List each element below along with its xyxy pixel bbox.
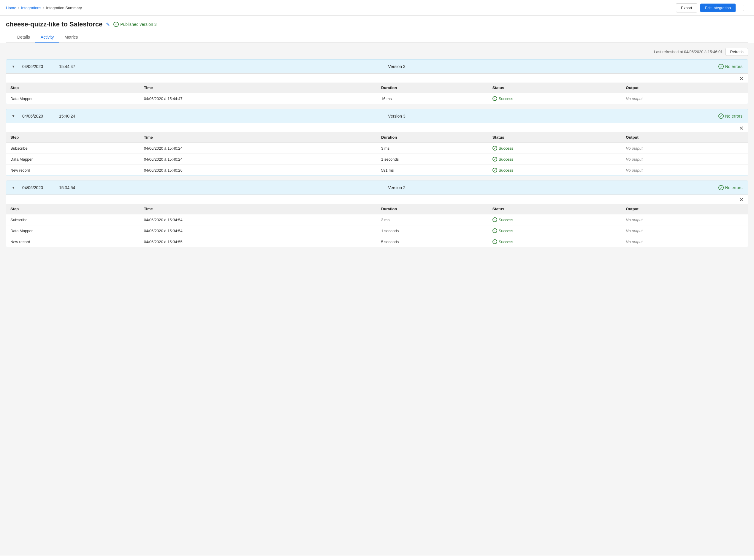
activity-entries: ▼ 04/06/2020 15:44:47 Version 3 ✓ No err… <box>6 59 748 247</box>
cell-time-2-2: 04/06/2020 à 15:34:55 <box>140 236 377 247</box>
activity-status-1: ✓ No errors <box>718 114 742 119</box>
edit-integration-button[interactable]: Edit Integration <box>700 4 736 12</box>
cell-time-2-0: 04/06/2020 à 15:34:54 <box>140 214 377 225</box>
tab-details[interactable]: Details <box>12 32 35 43</box>
cell-duration-2-0: 3 ms <box>377 214 488 225</box>
status-check-icon-2: ✓ <box>718 185 724 190</box>
table-row: Data Mapper 04/06/2020 à 15:34:54 1 seco… <box>6 225 748 236</box>
tab-metrics[interactable]: Metrics <box>59 32 83 43</box>
cell-time-2-1: 04/06/2020 à 15:34:54 <box>140 225 377 236</box>
detail-table-1: Step Time Duration Status Output Subscri… <box>6 132 748 176</box>
cell-status-1-2: ✓ Success <box>488 165 622 176</box>
col-header-status: Status <box>488 83 622 93</box>
chevron-icon-1[interactable]: ▼ <box>12 114 15 118</box>
detail-table-2: Step Time Duration Status Output Subscri… <box>6 204 748 247</box>
table-row: New record 04/06/2020 à 15:40:26 591 ms … <box>6 165 748 176</box>
close-detail-button-0[interactable]: ✕ <box>739 76 743 81</box>
status-check-icon-1: ✓ <box>718 114 724 119</box>
success-icon-2-2: ✓ <box>492 239 497 244</box>
col-header-duration: Duration <box>377 83 488 93</box>
cell-step-1-1: Data Mapper <box>6 154 140 165</box>
last-refreshed-text: Last refreshed at 04/06/2020 à 15:46:01 <box>654 49 722 54</box>
activity-time-0: 15:44:47 <box>59 64 75 69</box>
activity-date-1: 04/06/2020 <box>22 114 52 118</box>
cell-status-1-0: ✓ Success <box>488 143 622 154</box>
cell-step-1-0: Subscribe <box>6 143 140 154</box>
activity-content: Last refreshed at 04/06/2020 à 15:46:01 … <box>0 43 754 556</box>
cell-duration-1-1: 1 seconds <box>377 154 488 165</box>
col-header-output: Output <box>621 83 748 93</box>
col-header-step: Step <box>6 204 140 214</box>
refresh-button[interactable]: Refresh <box>726 48 748 56</box>
activity-status-2: ✓ No errors <box>718 185 742 190</box>
activity-block-1: ▼ 04/06/2020 15:40:24 Version 3 ✓ No err… <box>6 109 748 176</box>
col-header-step: Step <box>6 83 140 93</box>
table-row: New record 04/06/2020 à 15:34:55 5 secon… <box>6 236 748 247</box>
page-title: cheese-quizz-like to Salesforce <box>6 20 102 28</box>
header-actions: Export Edit Integration ⋮ <box>676 3 748 13</box>
edit-pencil-icon[interactable]: ✎ <box>106 22 110 27</box>
close-detail-button-1[interactable]: ✕ <box>739 126 743 131</box>
cell-time-1-0: 04/06/2020 à 15:40:24 <box>140 143 377 154</box>
activity-version-0: Version 3 <box>82 64 711 69</box>
table-row: Data Mapper 04/06/2020 à 15:40:24 1 seco… <box>6 154 748 165</box>
tab-activity[interactable]: Activity <box>35 32 59 43</box>
activity-time-1: 15:40:24 <box>59 114 75 118</box>
activity-date-0: 04/06/2020 <box>22 64 52 69</box>
breadcrumb-integrations[interactable]: Integrations <box>21 6 41 10</box>
chevron-icon-0[interactable]: ▼ <box>12 64 15 68</box>
cell-status-2-0: ✓ Success <box>488 214 622 225</box>
breadcrumb-sep-2: › <box>43 6 44 10</box>
more-options-icon[interactable]: ⋮ <box>738 3 748 13</box>
success-icon-0-0: ✓ <box>492 96 497 101</box>
published-label: Published version 3 <box>120 22 157 27</box>
status-check-icon-0: ✓ <box>718 64 724 69</box>
cell-output-2-1: No output <box>621 225 748 236</box>
col-header-status: Status <box>488 204 622 214</box>
cell-duration-1-0: 3 ms <box>377 143 488 154</box>
table-row: Subscribe 04/06/2020 à 15:40:24 3 ms ✓ S… <box>6 143 748 154</box>
cell-step-2-0: Subscribe <box>6 214 140 225</box>
cell-duration-0-0: 16 ms <box>377 93 488 104</box>
activity-time-2: 15:34:54 <box>59 185 75 190</box>
cell-output-1-0: No output <box>621 143 748 154</box>
activity-header-1: ▼ 04/06/2020 15:40:24 Version 3 ✓ No err… <box>6 109 748 123</box>
cell-time-0-0: 04/06/2020 à 15:44:47 <box>140 93 377 104</box>
col-header-output: Output <box>621 204 748 214</box>
breadcrumb: Home › Integrations › Integration Summar… <box>6 6 82 10</box>
breadcrumb-home[interactable]: Home <box>6 6 16 10</box>
col-header-output: Output <box>621 132 748 143</box>
cell-output-0-0: No output <box>621 93 748 104</box>
table-row: Data Mapper 04/06/2020 à 15:44:47 16 ms … <box>6 93 748 104</box>
breadcrumb-sep-1: › <box>18 6 19 10</box>
cell-time-1-2: 04/06/2020 à 15:40:26 <box>140 165 377 176</box>
col-header-status: Status <box>488 132 622 143</box>
published-check-icon: ✓ <box>114 22 119 27</box>
cell-duration-2-2: 5 seconds <box>377 236 488 247</box>
col-header-duration: Duration <box>377 132 488 143</box>
success-icon-1-1: ✓ <box>492 157 497 162</box>
activity-version-1: Version 3 <box>82 114 711 118</box>
success-icon-2-0: ✓ <box>492 217 497 222</box>
export-button[interactable]: Export <box>676 3 697 13</box>
cell-step-2-2: New record <box>6 236 140 247</box>
col-header-time: Time <box>140 132 377 143</box>
close-detail-button-2[interactable]: ✕ <box>739 197 743 202</box>
activity-detail-2: ✕ Step Time Duration Status Output Subsc… <box>6 195 748 247</box>
cell-step-1-2: New record <box>6 165 140 176</box>
activity-block-2: ▼ 04/06/2020 15:34:54 Version 2 ✓ No err… <box>6 181 748 247</box>
cell-duration-1-2: 591 ms <box>377 165 488 176</box>
cell-output-1-1: No output <box>621 154 748 165</box>
published-badge: ✓ Published version 3 <box>114 22 157 27</box>
success-icon-2-1: ✓ <box>492 228 497 233</box>
activity-status-0: ✓ No errors <box>718 64 742 69</box>
cell-step-0-0: Data Mapper <box>6 93 140 104</box>
chevron-icon-2[interactable]: ▼ <box>12 185 15 190</box>
activity-date-2: 04/06/2020 <box>22 185 52 190</box>
top-bar: Home › Integrations › Integration Summar… <box>0 0 754 16</box>
success-icon-1-0: ✓ <box>492 146 497 151</box>
cell-status-2-1: ✓ Success <box>488 225 622 236</box>
col-header-duration: Duration <box>377 204 488 214</box>
table-row: Subscribe 04/06/2020 à 15:34:54 3 ms ✓ S… <box>6 214 748 225</box>
detail-table-0: Step Time Duration Status Output Data Ma… <box>6 83 748 104</box>
